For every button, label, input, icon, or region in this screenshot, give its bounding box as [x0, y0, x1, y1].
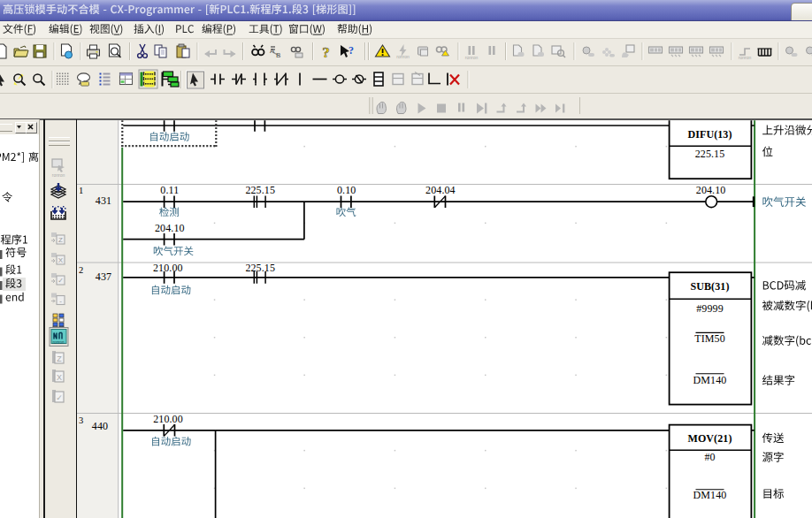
svg-text:#9999: #9999 — [696, 302, 724, 315]
svg-text:ronron: ronron — [739, 55, 752, 60]
svg-text:225.15: 225.15 — [245, 184, 275, 196]
svg-text:225.15: 225.15 — [245, 262, 275, 274]
svg-text:ronron: ronron — [52, 340, 65, 345]
svg-text:431: 431 — [96, 194, 111, 207]
svg-text:X: X — [57, 373, 62, 382]
svg-text:MOV(21): MOV(21) — [687, 432, 732, 445]
svg-text:✓: ✓ — [56, 393, 63, 402]
svg-text:ronron: ronron — [52, 172, 65, 178]
svg-text:210.00: 210.00 — [153, 413, 183, 425]
svg-text:✓: ✓ — [57, 277, 64, 285]
svg-text:A: A — [270, 47, 275, 55]
svg-text:DIFU(13): DIFU(13) — [687, 128, 732, 141]
svg-text:Z: Z — [58, 236, 63, 244]
svg-text:DM140: DM140 — [693, 374, 727, 386]
svg-text:X: X — [58, 256, 64, 264]
svg-text:204.04: 204.04 — [425, 184, 456, 196]
svg-text:0.11: 0.11 — [160, 184, 179, 196]
svg-text:437: 437 — [96, 270, 111, 283]
svg-text:TIM50: TIM50 — [694, 332, 725, 345]
svg-text:SUB(31): SUB(31) — [690, 280, 729, 293]
svg-text:Z: Z — [57, 354, 62, 363]
svg-text:3: 3 — [79, 415, 83, 425]
svg-text:DM140: DM140 — [693, 489, 727, 501]
svg-text:?: ? — [349, 44, 354, 57]
svg-text:-: - — [59, 297, 62, 305]
svg-text:2: 2 — [79, 265, 83, 275]
svg-text:1: 1 — [79, 186, 83, 195]
svg-text:204.10: 204.10 — [155, 222, 185, 234]
svg-text:0.10: 0.10 — [337, 184, 356, 196]
svg-text:B: B — [276, 51, 280, 59]
svg-text:204.10: 204.10 — [696, 184, 726, 196]
svg-text:?: ? — [322, 44, 330, 61]
svg-text:210.00: 210.00 — [153, 262, 183, 274]
svg-text:440: 440 — [92, 420, 108, 432]
svg-text:ronron: ronron — [396, 54, 410, 59]
svg-text:ronron: ronron — [465, 55, 479, 60]
svg-text:#0: #0 — [704, 451, 715, 463]
svg-text:225.15: 225.15 — [695, 148, 725, 160]
